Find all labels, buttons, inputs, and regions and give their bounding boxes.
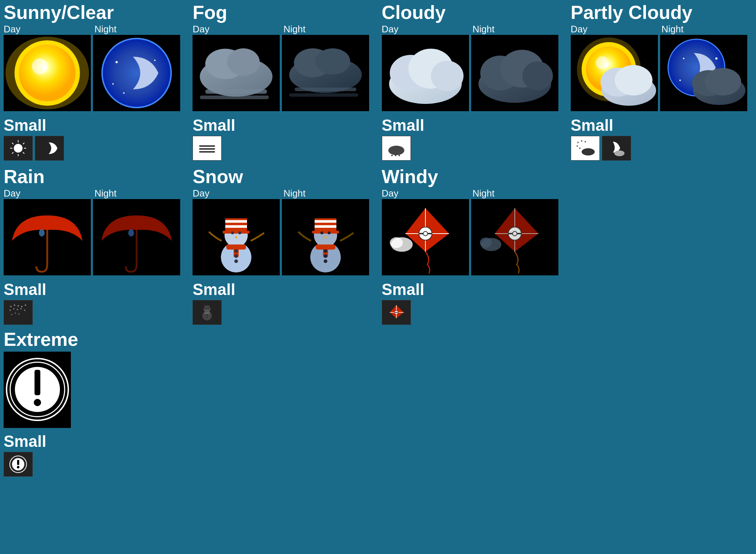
partly-cloudy-day-label: Day [571,24,662,35]
rain-small-icons [4,300,185,325]
svg-line-48 [23,143,24,144]
windy-day-label: Day [382,188,473,199]
cloudy-title: Cloudy [382,2,563,23]
svg-point-63 [579,147,581,149]
rain-night-label: Night [94,188,185,199]
svg-point-127 [24,310,25,311]
svg-point-109 [390,237,403,248]
cloudy-small-title: Small [382,116,563,134]
fog-day-image [193,35,280,111]
svg-point-130 [18,313,20,315]
windy-small-icons [382,300,563,325]
rain-day-image [4,199,91,275]
windy-title: Windy [382,166,563,187]
partly-cloudy-night-label: Night [662,24,752,35]
extreme-title: Extreme [4,329,752,350]
svg-point-97 [328,231,331,234]
svg-rect-78 [225,225,247,228]
partly-small-title: Small [571,116,752,134]
cloudy-day-image [382,35,469,111]
svg-point-129 [15,312,16,314]
svg-point-107 [423,231,428,236]
svg-point-84 [235,236,237,238]
row2-categories: Rain Day Night [0,164,756,278]
svg-rect-152 [17,460,19,465]
extreme-small-title: Small [4,432,752,450]
svg-point-126 [20,308,22,310]
svg-point-125 [17,309,18,310]
svg-rect-135 [205,312,210,314]
extreme-small-icon [4,452,33,477]
extreme-images [4,352,752,428]
rain-night-svg [95,201,178,274]
svg-line-46 [12,143,13,144]
row2-small-empty [567,278,756,327]
svg-rect-134 [203,308,211,310]
fog-day-svg [194,37,278,109]
svg-point-149 [34,399,41,406]
snow-night-svg [284,201,367,274]
svg-point-22 [431,61,464,91]
svg-point-2 [19,45,76,101]
snow-small-icons [193,300,374,325]
partly-small-icon-night [602,136,631,161]
sunny-day-label: Day [4,24,94,35]
sunny-small-icon-day [4,136,33,161]
sunny-small-icons [4,136,185,161]
sunny-images [4,35,185,111]
svg-rect-91 [315,220,336,223]
svg-point-118 [10,306,12,307]
cloud-day-svg [384,37,467,109]
svg-point-57 [395,155,396,156]
svg-point-4 [102,39,171,108]
svg-point-60 [581,140,582,142]
svg-point-119 [14,304,15,306]
cloudy-day-label: Day [382,24,473,35]
partly-small-section: Small [567,114,756,163]
svg-point-26 [522,61,553,90]
windy-day-svg [384,201,467,274]
partly-day-svg [573,37,656,109]
svg-point-40 [705,68,741,96]
svg-rect-50 [199,145,215,147]
svg-rect-18 [289,93,358,97]
extreme-section: Extreme [0,327,756,430]
small-sun-icon [7,139,29,158]
cloudy-section: Cloudy Day Night [378,0,567,113]
extreme-image [4,352,71,428]
small-windy-icon [385,303,407,322]
windy-section: Windy Day Night [378,164,567,278]
fog-images [193,35,374,111]
snow-section: Snow Day Night [189,164,378,278]
svg-rect-13 [200,96,269,99]
svg-rect-79 [223,231,250,234]
fog-title: Fog [193,2,374,23]
svg-point-64 [582,148,595,155]
svg-point-16 [315,48,350,74]
svg-point-8 [123,92,125,94]
svg-point-36 [683,58,684,59]
svg-point-11 [227,48,260,76]
fog-small-title: Small [193,116,374,134]
partly-cloudy-day-image [571,35,658,111]
svg-point-6 [154,60,155,61]
snow-day-svg [194,201,278,274]
svg-point-82 [231,231,234,234]
row2-empty [567,164,756,278]
svg-rect-77 [225,220,247,223]
svg-point-87 [234,259,238,263]
svg-rect-17 [295,88,356,91]
svg-point-137 [208,308,209,310]
sunny-clear-title: Sunny/Clear [4,2,185,23]
snow-day-label: Day [193,188,283,199]
sun-svg [5,37,89,109]
svg-point-138 [207,315,208,316]
sunny-day-image [4,35,91,111]
rain-title: Rain [4,166,185,187]
moon-svg [95,37,178,109]
fog-small-section: Small [189,114,378,163]
partly-cloudy-title: Partly Cloudy [571,2,752,23]
svg-line-47 [23,152,24,154]
partly-cloudy-night-image [660,35,747,111]
snow-small-title: Small [193,280,374,299]
